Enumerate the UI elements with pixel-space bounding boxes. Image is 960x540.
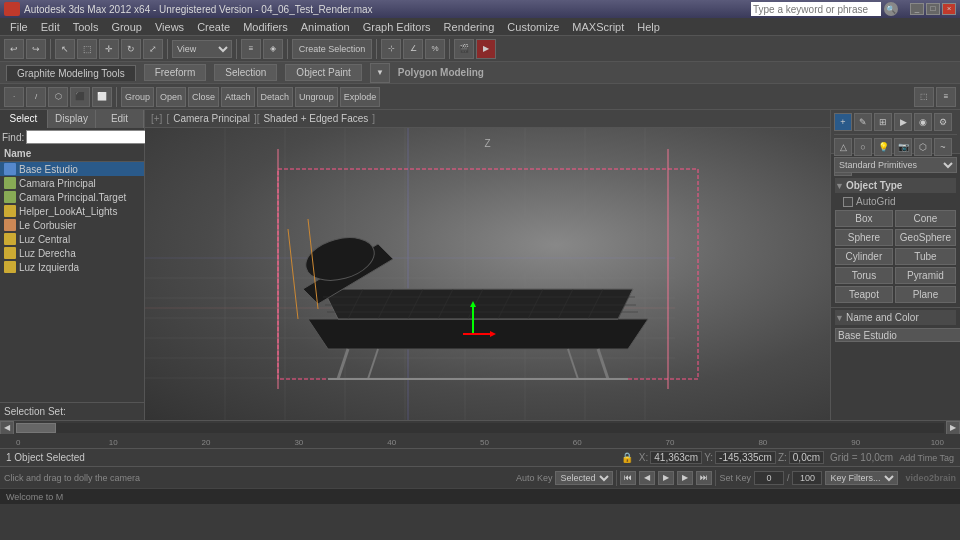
object-properties-btn[interactable]: ≡ (936, 87, 956, 107)
border-mode-btn[interactable]: ⬡ (48, 87, 68, 107)
ungroup-btn[interactable]: Ungroup (295, 87, 338, 107)
scroll-right-arrow[interactable]: ▶ (946, 421, 960, 435)
auto-key-select[interactable]: Selected All (555, 471, 613, 485)
select-object-btn[interactable]: ↖ (55, 39, 75, 59)
rotate-btn[interactable]: ↻ (121, 39, 141, 59)
explode-btn[interactable]: Explode (340, 87, 381, 107)
keyword-search-input[interactable] (751, 2, 881, 16)
vertex-mode-btn[interactable]: · (4, 87, 24, 107)
go-to-start-btn[interactable]: ⏮ (620, 471, 636, 485)
cone-button[interactable]: Cone (895, 210, 956, 227)
next-frame-btn[interactable]: ▶ (677, 471, 693, 485)
scene-item-camara-target[interactable]: Camara Principal.Target (0, 190, 144, 204)
tube-button[interactable]: Tube (895, 248, 956, 265)
torus-button[interactable]: Torus (835, 267, 893, 284)
open-btn[interactable]: Open (156, 87, 186, 107)
menu-file[interactable]: File (4, 20, 34, 34)
redo-btn[interactable]: ↪ (26, 39, 46, 59)
object-name-input[interactable] (835, 328, 960, 342)
menu-graph-editors[interactable]: Graph Editors (357, 20, 437, 34)
graphite-modeling-tools-tab[interactable]: Graphite Modeling Tools (6, 65, 136, 81)
scene-item-camara-principal[interactable]: Camara Principal (0, 176, 144, 190)
timeline-scrollbar-track[interactable] (16, 423, 944, 433)
layer-manager-btn[interactable]: ≡ (241, 39, 261, 59)
frame-input[interactable] (754, 471, 784, 485)
create-tab[interactable]: + (834, 113, 852, 131)
menu-tools[interactable]: Tools (67, 20, 105, 34)
timeline-scroll-thumb[interactable] (16, 423, 56, 433)
edge-mode-btn[interactable]: / (26, 87, 46, 107)
play-btn[interactable]: ▶ (658, 471, 674, 485)
display-tab[interactable]: ◉ (914, 113, 932, 131)
close-button[interactable]: × (942, 3, 956, 15)
menu-animation[interactable]: Animation (295, 20, 356, 34)
display-toggle-btn[interactable]: ⬚ (914, 87, 934, 107)
menu-edit[interactable]: Edit (35, 20, 66, 34)
attach-btn[interactable]: Attach (221, 87, 255, 107)
motion-tab[interactable]: ▶ (894, 113, 912, 131)
menu-views[interactable]: Views (149, 20, 190, 34)
scene-item-base-estudio[interactable]: Base Estudio (0, 162, 144, 176)
menu-create[interactable]: Create (191, 20, 236, 34)
display-tab[interactable]: Display (48, 110, 96, 128)
menu-maxscript[interactable]: MAXScript (566, 20, 630, 34)
material-editor-btn[interactable]: ◈ (263, 39, 283, 59)
prev-frame-btn[interactable]: ◀ (639, 471, 655, 485)
group-btn[interactable]: Group (121, 87, 154, 107)
menu-rendering[interactable]: Rendering (438, 20, 501, 34)
maximize-button[interactable]: □ (926, 3, 940, 15)
pyramid-button[interactable]: Pyramid (895, 267, 956, 284)
scene-item-luz-izquierda[interactable]: Luz Izquierda (0, 260, 144, 274)
scene-item-luz-central[interactable]: Luz Central (0, 232, 144, 246)
render-btn[interactable]: ▶ (476, 39, 496, 59)
menu-modifiers[interactable]: Modifiers (237, 20, 294, 34)
sphere-button[interactable]: Sphere (835, 229, 893, 246)
move-btn[interactable]: ✛ (99, 39, 119, 59)
render-setup-btn[interactable]: 🎬 (454, 39, 474, 59)
snap-toggle-btn[interactable]: ⊹ (381, 39, 401, 59)
cylinder-button[interactable]: Cylinder (835, 248, 893, 265)
name-color-collapse-icon[interactable]: ▼ (835, 313, 844, 323)
graphite-extra-btn[interactable]: ▼ (370, 63, 390, 83)
teapot-button[interactable]: Teapot (835, 286, 893, 303)
scene-item-helper[interactable]: Helper_LookAt_Lights (0, 204, 144, 218)
object-paint-tab[interactable]: Object Paint (285, 64, 361, 81)
autogrid-checkbox[interactable] (843, 197, 853, 207)
box-button[interactable]: Box (835, 210, 893, 227)
plane-button[interactable]: Plane (895, 286, 956, 303)
modify-tab[interactable]: ✎ (854, 113, 872, 131)
minimize-button[interactable]: _ (910, 3, 924, 15)
key-filters-select[interactable]: Key Filters... (825, 471, 898, 485)
percent-snap-btn[interactable]: % (425, 39, 445, 59)
select-tab[interactable]: Select (0, 110, 48, 128)
add-time-tag-btn[interactable]: Add Time Tag (899, 453, 954, 463)
angle-snap-btn[interactable]: ∠ (403, 39, 423, 59)
detach-btn[interactable]: Detach (257, 87, 294, 107)
undo-btn[interactable]: ↩ (4, 39, 24, 59)
scene-item-luz-derecha[interactable]: Luz Derecha (0, 246, 144, 260)
menu-help[interactable]: Help (631, 20, 666, 34)
edit-tab[interactable]: Edit (96, 110, 144, 128)
lock-icon[interactable]: 🔒 (621, 452, 633, 463)
viewport-canvas[interactable]: Z (145, 128, 830, 420)
scene-item-le-corbusier[interactable]: Le Corbusier (0, 218, 144, 232)
element-mode-btn[interactable]: ⬜ (92, 87, 112, 107)
section-collapse-icon[interactable]: ▼ (835, 181, 844, 191)
shading-label[interactable]: Shaded + Edged Faces (263, 113, 368, 124)
go-to-end-btn[interactable]: ⏭ (696, 471, 712, 485)
selection-tab[interactable]: Selection (214, 64, 277, 81)
select-region-btn[interactable]: ⬚ (77, 39, 97, 59)
freeform-tab[interactable]: Freeform (144, 64, 207, 81)
close-btn[interactable]: Close (188, 87, 219, 107)
geosphere-button[interactable]: GeoSphere (895, 229, 956, 246)
find-input[interactable] (26, 130, 159, 144)
hierarchy-tab[interactable]: ⊞ (874, 113, 892, 131)
vp-plus-bracket[interactable]: [+] (151, 113, 162, 124)
scale-btn[interactable]: ⤢ (143, 39, 163, 59)
menu-group[interactable]: Group (105, 20, 148, 34)
scroll-left-arrow[interactable]: ◀ (0, 421, 14, 435)
polygon-mode-btn[interactable]: ⬛ (70, 87, 90, 107)
camera-label[interactable]: Camera Principal (173, 113, 250, 124)
utilities-tab[interactable]: ⚙ (934, 113, 952, 131)
primitives-select[interactable]: Standard Primitives Extended Primitives … (834, 157, 957, 173)
